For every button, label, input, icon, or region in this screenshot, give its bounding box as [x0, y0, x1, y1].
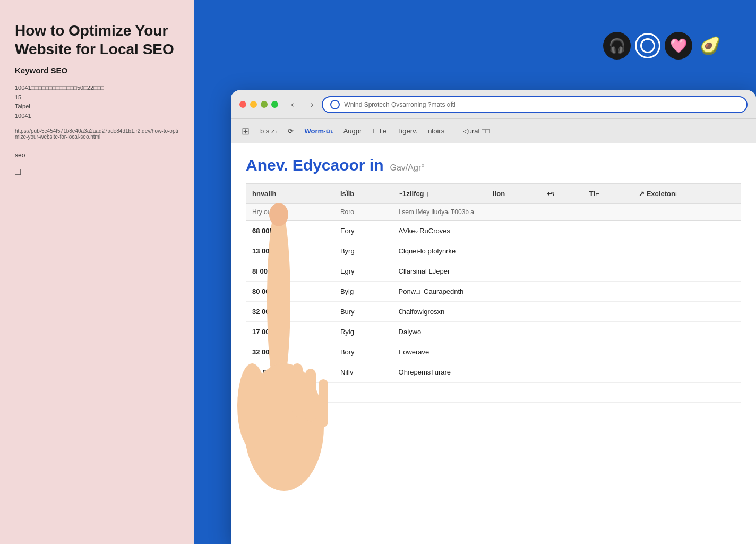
- circle-icon: [635, 33, 660, 58]
- nav-buttons: ⟵ ›: [289, 98, 315, 110]
- row-c1: Bylg: [334, 282, 392, 302]
- row-c1: Rylg: [334, 322, 392, 342]
- row-c1: Bory: [334, 342, 392, 362]
- page-url: https://pub-5c454f571b8e40a3a2aad27ade84…: [15, 128, 179, 140]
- table-row: 68 00k• Eory ΔVkeᵥ RuCroves: [246, 220, 741, 241]
- heart-icon: 🩷: [665, 32, 692, 60]
- row-c2: OhrepemsTurare: [392, 362, 741, 382]
- table-row: 32 00k• Bory Eowerave: [246, 342, 741, 362]
- tag-label: seo: [15, 151, 179, 159]
- table-subheader-row: Hry ounĪ Roro I sem IMey iludyaᵢ T003b a: [246, 203, 741, 220]
- main-area: 🎧 🩷 🥑 ⟵ › Wnind Sprotech Qvsarroning ?ma…: [194, 0, 756, 544]
- browser-icon: [330, 100, 340, 109]
- tab-tiger[interactable]: Tigerv.: [397, 125, 417, 137]
- back-button[interactable]: ⟵: [289, 98, 305, 110]
- content-heading: Anev. Edycaoor in: [246, 156, 384, 174]
- row-c1: Bury: [334, 302, 392, 322]
- col-header-3: ~1zlifcg ↓: [392, 184, 487, 203]
- table-header-row: hnvalih lsǐlb ~1zlifcg ↓ lion ↩ᵢ Tl⌐ ↗ E…: [246, 184, 741, 203]
- row-num: S0 00k•: [246, 362, 334, 382]
- row-c2: Clqnei-lo ptolynrke: [392, 241, 741, 261]
- subtitle: Keyword SEO: [15, 66, 179, 75]
- table-row: 8ⱻ 00k•: [246, 382, 741, 403]
- row-c1: [334, 382, 392, 403]
- headphone-icon: 🎧: [603, 32, 631, 60]
- row-c1: Nillv: [334, 362, 392, 382]
- tab-refresh[interactable]: ⟳: [288, 125, 294, 137]
- row-num: 17 004•: [246, 322, 334, 342]
- row-c1: Byrg: [334, 241, 392, 261]
- green-button[interactable]: [271, 101, 278, 108]
- row-num: 8ⱻ 00k•: [246, 382, 334, 403]
- forward-button[interactable]: ›: [308, 98, 315, 110]
- col-header-1: hnvalih: [246, 184, 334, 203]
- address-text: Wnind Sprotech Qvsarroning ?mats αǐtl: [344, 101, 739, 108]
- page-title: How to Optimize Your Website for Local S…: [15, 21, 179, 58]
- sidebar: How to Optimize Your Website for Local S…: [0, 0, 194, 544]
- row-num: 68 00k•: [246, 220, 334, 241]
- browser-window: ⟵ › Wnind Sprotech Qvsarroning ?mats αǐt…: [231, 90, 756, 544]
- browser-content: Anev. Edycaoor in Gav/Agr° hnvalih lsǐlb…: [231, 143, 756, 544]
- browser-toolbar: ⟵ › Wnind Sprotech Qvsarroning ?mats αǐt…: [231, 90, 756, 119]
- tab-fte[interactable]: F Tē: [372, 125, 386, 137]
- maximize-button[interactable]: [261, 101, 268, 108]
- row-c1: Eory: [334, 220, 392, 241]
- table-row: S0 00k• Nillv OhrepemsTurare: [246, 362, 741, 382]
- data-table: hnvalih lsǐlb ~1zlifcg ↓ lion ↩ᵢ Tl⌐ ↗ E…: [246, 183, 741, 403]
- table-row: 17 004• Rylg Dalywo: [246, 322, 741, 342]
- row-c2: Eowerave: [392, 342, 741, 362]
- row-num: 13 00k→: [246, 241, 334, 261]
- tab-nloirs[interactable]: nloirs: [428, 125, 444, 137]
- tab-kural[interactable]: ⊢ ◁ural □□: [455, 125, 490, 137]
- col-header-2: lsǐlb: [334, 184, 392, 203]
- top-icons: 🎧 🩷 🥑: [603, 32, 724, 60]
- row-c2: Dalywo: [392, 322, 741, 342]
- traffic-lights: [239, 101, 278, 108]
- col-header-5: ↩ᵢ: [540, 184, 583, 203]
- row-num: 8l 00k•: [246, 261, 334, 282]
- close-button[interactable]: [239, 101, 246, 108]
- meta-info: 10041□□□□□□□□□□□□□50□22□□□ 15 Taipei 100…: [15, 83, 179, 121]
- sidebar-icon: □: [15, 166, 179, 177]
- avocado-icon: 🥑: [697, 32, 724, 60]
- tab-home[interactable]: ⊞: [242, 123, 250, 139]
- row-c2: Ponw□_Caurapednth: [392, 282, 741, 302]
- table-row: 13 00k→ Byrg Clqnei-lo ptolynrke: [246, 241, 741, 261]
- table-row: 32 00k• Bury €halfowigrosxn: [246, 302, 741, 322]
- row-c2: Cllarsinal LJeper: [392, 261, 741, 282]
- tab-worm[interactable]: Worm·ú₁: [304, 125, 332, 137]
- col-header-7: ↗ Excietonᵢ: [632, 184, 741, 203]
- row-num: 32 00k•: [246, 302, 334, 322]
- row-c2: €halfowigrosxn: [392, 302, 741, 322]
- table-row: 80 00k• Bylg Ponw□_Caurapednth: [246, 282, 741, 302]
- tab-bsz[interactable]: b s z₁: [260, 125, 277, 137]
- table-row: 8l 00k• Egry Cllarsinal LJeper: [246, 261, 741, 282]
- tab-augpr[interactable]: Augpr: [343, 125, 362, 137]
- row-num: 80 00k•: [246, 282, 334, 302]
- minimize-button[interactable]: [250, 101, 257, 108]
- row-c1: Egry: [334, 261, 392, 282]
- content-subheading: Gav/Agr°: [390, 163, 425, 173]
- row-num: 32 00k•: [246, 342, 334, 362]
- row-c2: ΔVkeᵥ RuCroves: [392, 220, 741, 241]
- tab-bar: ⊞ b s z₁ ⟳ Worm·ú₁ Augpr F Tē Tigerv. nl…: [231, 119, 756, 143]
- address-bar[interactable]: Wnind Sprotech Qvsarroning ?mats αǐtl: [322, 96, 748, 113]
- col-header-6: Tl⌐: [583, 184, 632, 203]
- row-c2: [392, 382, 741, 403]
- col-header-4: lion: [486, 184, 540, 203]
